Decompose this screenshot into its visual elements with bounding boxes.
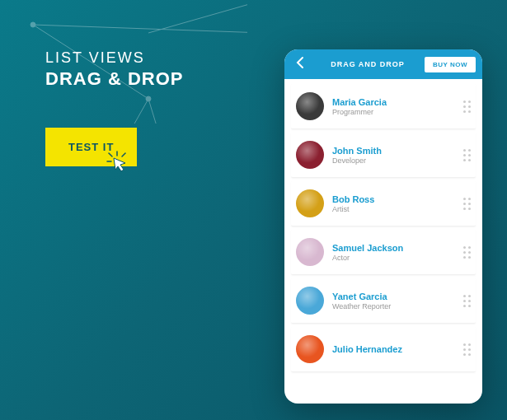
drag-handle-icon[interactable]: [463, 343, 471, 356]
back-arrow-icon[interactable]: [291, 53, 311, 77]
avatar: [296, 141, 324, 169]
person-name: Bob Ross: [332, 194, 455, 204]
avatar: [296, 287, 324, 315]
list-item[interactable]: Samuel Jackson Actor: [291, 230, 476, 275]
svg-line-1: [74, 99, 148, 124]
person-info: Bob Ross Artist: [332, 194, 455, 213]
list-item[interactable]: Bob Ross Artist: [291, 181, 476, 226]
person-name: Julio Hernandez: [332, 344, 455, 354]
svg-point-12: [146, 96, 151, 101]
list-item[interactable]: John Smith Developer: [291, 133, 476, 178]
drag-handle-icon[interactable]: [463, 295, 471, 307]
person-name: John Smith: [332, 146, 455, 156]
person-info: John Smith Developer: [332, 146, 455, 165]
buy-now-button[interactable]: BUY NOW: [425, 57, 476, 72]
phone-mockup: DRAG AND DROP BUY NOW Maria Garcia Progr…: [284, 49, 482, 404]
person-role: Artist: [332, 205, 455, 213]
person-name: Yanet Garcia: [332, 292, 455, 301]
svg-point-11: [31, 22, 35, 27]
person-info: Yanet Garcia Weather Reporter: [332, 292, 455, 310]
person-name: Samuel Jackson: [332, 243, 455, 253]
avatar: [296, 92, 324, 120]
promo-subtitle: LIST VIEWS: [45, 49, 183, 67]
person-info: Julio Hernandez: [332, 344, 455, 355]
avatar: [296, 238, 324, 266]
app-bar: DRAG AND DROP BUY NOW: [284, 49, 482, 79]
svg-line-5: [148, 0, 247, 33]
svg-line-3: [148, 99, 206, 124]
person-info: Samuel Jackson Actor: [332, 243, 455, 262]
screen-title: DRAG AND DROP: [317, 60, 418, 68]
list-item[interactable]: Yanet Garcia Weather Reporter: [291, 278, 476, 324]
person-role: Programmer: [332, 108, 455, 116]
list-item[interactable]: Julio Hernandez: [291, 327, 476, 372]
person-role: Developer: [332, 156, 455, 165]
person-role: Weather Reporter: [332, 302, 455, 310]
cursor-click-icon: [106, 150, 129, 173]
drag-handle-icon[interactable]: [463, 100, 471, 113]
person-role: Actor: [332, 254, 455, 262]
drag-handle-icon[interactable]: [463, 246, 471, 259]
avatar: [296, 189, 324, 217]
svg-line-4: [33, 25, 247, 33]
person-name: Maria Garcia: [332, 97, 455, 107]
svg-line-20: [109, 153, 112, 156]
drag-handle-icon[interactable]: [463, 149, 471, 161]
promo-title: DRAG & DROP: [45, 68, 183, 90]
svg-line-22: [122, 153, 125, 156]
list-item[interactable]: Maria Garcia Programmer: [291, 84, 476, 129]
avatar: [296, 335, 324, 363]
drag-handle-icon[interactable]: [463, 198, 471, 210]
person-info: Maria Garcia Programmer: [332, 97, 455, 116]
people-list: Maria Garcia Programmer John Smith Devel…: [284, 79, 482, 380]
